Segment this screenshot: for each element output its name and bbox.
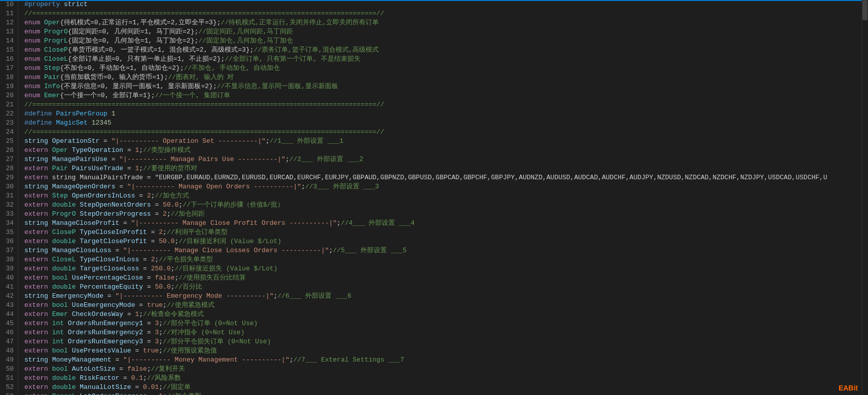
line-number: 34	[2, 219, 14, 228]
line-number: 51	[2, 374, 14, 383]
line-number: 35	[2, 228, 14, 237]
code-line: extern bool AutoLotSize = false;//复利开关	[24, 365, 868, 374]
vertical-scrollbar[interactable]	[862, 0, 868, 395]
line-number: 52	[2, 383, 14, 392]
line-number: 21	[2, 100, 14, 109]
code-line: extern Emer CheckOrdesWay = 1;//检查命令紧急模式	[24, 310, 868, 319]
code-line: extern double PercentageEquity = 50.0;//…	[24, 283, 868, 292]
code-area: #property strict//======================…	[18, 0, 868, 395]
line-number: 11	[2, 9, 14, 18]
code-line: extern int OrdersRunEmergency2 = 3;//对冲指…	[24, 328, 868, 337]
code-line: extern bool UsePresetsValue = true;//使用预…	[24, 346, 868, 356]
line-number: 10	[2, 0, 14, 9]
code-line: extern ProgrO StepOrdersProgress = 2;//加…	[24, 210, 868, 219]
code-line: extern string ManualPairsTrade = "EURGBP…	[24, 173, 868, 182]
code-line: enum ProgrO{固定间距=0, 几何间距=1, 马丁间距=2};//固定…	[24, 27, 868, 36]
line-number: 14	[2, 36, 14, 46]
code-line: extern double TargetCloseLoss = 250.0;//…	[24, 264, 868, 273]
line-number: 48	[2, 346, 14, 356]
branding-logo: EABit	[839, 384, 858, 392]
code-line: #define MagicSet 12345	[24, 118, 868, 128]
code-line: string ManageCloseProfit = "|---------- …	[24, 219, 868, 228]
line-number: 28	[2, 164, 14, 173]
line-number: 30	[2, 182, 14, 191]
code-line: enum Oper{待机模式=0,正常运行=1,平仓模式=2,立即全平=3};/…	[24, 18, 868, 27]
line-number: 50	[2, 365, 14, 374]
code-line: enum CloseL{全部订单止损=0, 只有第一单止损=1, 不止损=2};…	[24, 55, 868, 64]
line-number: 41	[2, 283, 14, 292]
code-line: //======================================…	[24, 9, 868, 18]
line-number: 49	[2, 356, 14, 365]
line-number: 26	[2, 146, 14, 155]
code-line: //======================================…	[24, 100, 868, 109]
line-number: 25	[2, 137, 14, 146]
code-line: extern CloseL TypeCloseInLoss = 2;//平仓损失…	[24, 255, 868, 264]
line-number: 46	[2, 328, 14, 337]
code-line: string MoneyManagement = "|---------- Mo…	[24, 356, 868, 365]
line-number: 16	[2, 55, 14, 64]
code-line: string ManageOpenOrders = "|---------- M…	[24, 182, 868, 191]
line-number: 31	[2, 191, 14, 201]
code-line: enum ProgrL{固定加仓=0, 几何加仓=1, 马丁加仓=2};//固定…	[24, 36, 868, 46]
code-line: extern ProgrL LotOrdersProgress = 1;//加仓…	[24, 392, 868, 395]
code-line: string ManageCloseLoss = "|---------- Ma…	[24, 246, 868, 255]
line-number: 23	[2, 118, 14, 128]
code-line: extern int OrdersRunEmergency3 = 3;//部分平…	[24, 337, 868, 346]
line-number: 22	[2, 109, 14, 118]
line-number: 36	[2, 237, 14, 246]
code-line: enum Info{不显示信息=0, 显示同一面板=1, 显示新面板=2};//…	[24, 82, 868, 91]
line-number: 42	[2, 292, 14, 301]
line-number: 37	[2, 246, 14, 255]
code-container: 1011121314151617181920212223242526272829…	[0, 0, 868, 395]
code-line: extern Oper TypeOperation = 1;//类型操作模式	[24, 146, 868, 155]
line-number: 43	[2, 301, 14, 310]
line-number: 29	[2, 173, 14, 182]
line-number: 19	[2, 82, 14, 91]
line-number: 32	[2, 201, 14, 210]
code-line: #property strict	[24, 0, 868, 9]
line-numbers: 1011121314151617181920212223242526272829…	[0, 0, 18, 395]
code-line: extern Pair PairsUseTrade = 1;//要使用的货币对	[24, 164, 868, 173]
code-line: extern bool UsePercentageClose = false;/…	[24, 273, 868, 283]
line-number: 40	[2, 273, 14, 283]
line-number: 33	[2, 210, 14, 219]
code-line: string ManagePairsUse = "|---------- Man…	[24, 155, 868, 164]
line-number: 39	[2, 264, 14, 273]
scrollbar-thumb[interactable]	[862, 0, 867, 20]
code-line: extern CloseP TypeCloseInProfit = 2;//利润…	[24, 228, 868, 237]
code-line: #define PairsPerGroup 1	[24, 109, 868, 118]
code-line: enum Emer{一个接一个=0, 全部订单=1};//一个接一个, 集团订单	[24, 91, 868, 100]
code-editor: 1011121314151617181920212223242526272829…	[0, 0, 868, 395]
line-number: 53	[2, 392, 14, 395]
line-number: 24	[2, 128, 14, 137]
line-number: 17	[2, 64, 14, 73]
line-number: 38	[2, 255, 14, 264]
code-line: string OperationStr = "|---------- Opera…	[24, 137, 868, 146]
code-line: enum CloseP{单货币模式=0, 一篮子模式=1, 混合模式=2, 高级…	[24, 46, 868, 55]
line-number: 18	[2, 73, 14, 82]
code-line: enum Step{不加仓=0, 手动加仓=1, 自动加仓=2};//不加仓, …	[24, 64, 868, 73]
line-number: 47	[2, 337, 14, 346]
code-line: enum Pair{当前加载货币=0, 输入的货币=1};//图表对, 输入的 …	[24, 73, 868, 82]
line-number: 45	[2, 319, 14, 328]
line-number: 15	[2, 46, 14, 55]
line-number: 20	[2, 91, 14, 100]
line-number: 13	[2, 27, 14, 36]
code-line: extern bool UseEmergencyMode = true;//使用…	[24, 301, 868, 310]
code-line: //======================================…	[24, 128, 868, 137]
code-line: string EmergencyMode = "|---------- Emer…	[24, 292, 868, 301]
code-line: extern double ManualLotSize = 0.01;//固定单	[24, 383, 868, 392]
line-number: 44	[2, 310, 14, 319]
line-number: 12	[2, 18, 14, 27]
code-line: extern double StepOpenNextOrders = 50.0;…	[24, 201, 868, 210]
code-line: extern int OrdersRunEmergency1 = 3;//部分平…	[24, 319, 868, 328]
code-line: extern double TargetCloseProfit = 50.0;/…	[24, 237, 868, 246]
line-number: 27	[2, 155, 14, 164]
code-line: extern Step OpenOrdersInLoss = 2;//加仓方式	[24, 191, 868, 201]
code-line: extern double RiskFactor = 0.1;//风险系数	[24, 374, 868, 383]
